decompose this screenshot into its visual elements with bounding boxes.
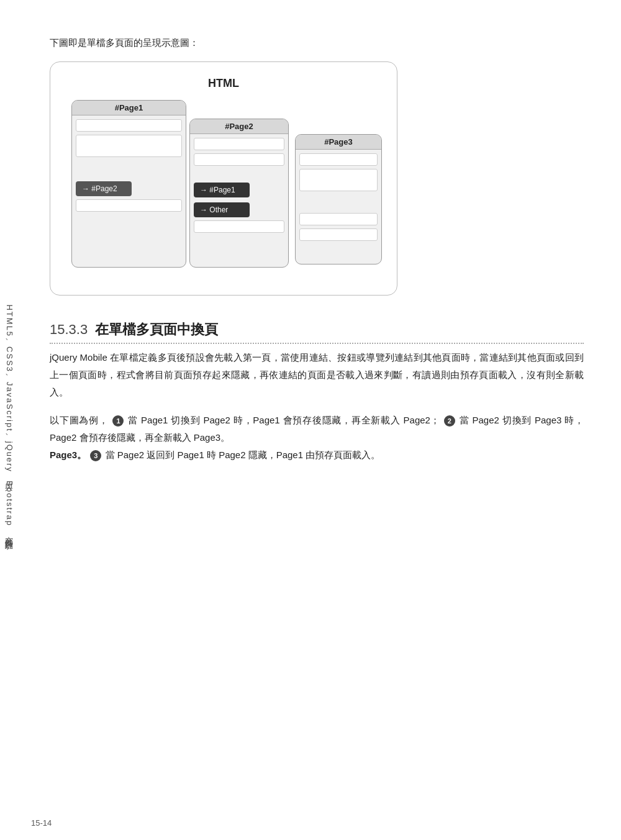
p2-text1: 當 Page1 切換到 Page2 時，Page1 會預存後隱藏，再全新載入 P…: [128, 415, 440, 425]
page2-nav-btn2[interactable]: → Other: [194, 202, 250, 217]
page2-row1: [194, 138, 284, 150]
section-number: 15.3.3: [50, 322, 88, 337]
page3-body: [296, 150, 381, 245]
page-footer: 15-14: [31, 818, 52, 828]
p2-page3-label: Page3。: [50, 449, 86, 460]
main-content: 下圖即是單檔多頁面的呈現示意圖： HTML #Page1 → #Page2 #P…: [25, 0, 621, 512]
circle-3: 3: [90, 450, 101, 461]
page1-header: #Page1: [72, 101, 186, 115]
circle-1: 1: [112, 415, 124, 427]
page2-btn-area: → #Page1 → Other: [194, 180, 284, 217]
section-title: 在單檔多頁面中換頁: [95, 322, 218, 337]
page1-row3: [76, 199, 182, 212]
circle-2: 2: [444, 415, 455, 427]
diagram-container: HTML #Page1 → #Page2 #Page2: [50, 61, 397, 296]
page2-row2: [194, 153, 284, 166]
page3-row1: [299, 153, 378, 166]
page3-card: #Page3: [295, 134, 382, 264]
section-heading: 15.3.3 在單檔多頁面中換頁: [50, 320, 584, 344]
page1-row2: [76, 135, 182, 157]
page2-header: #Page2: [190, 119, 288, 134]
sidebar-label: HTML5、CSS3、JavaScript、jQuery 與 Bootstrap…: [0, 299, 18, 541]
page2-body: → #Page1 → Other: [190, 134, 288, 237]
page1-nav-btn[interactable]: → #Page2: [76, 181, 132, 196]
paragraph-1: jQuery Mobile 在單檔定義多頁後預設會先載入第一頁，當使用連結、按鈕…: [50, 349, 584, 400]
page3-header: #Page3: [296, 135, 381, 150]
page2-nav-btn1[interactable]: → #Page1: [194, 183, 250, 197]
page3-row2: [299, 169, 378, 191]
paragraph-2: 以下圖為例， 1 當 Page1 切換到 Page2 時，Page1 會預存後隱…: [50, 412, 584, 463]
page1-btn-area: → #Page2: [76, 179, 182, 196]
p2-text3: 當 Page2 返回到 Page1 時 Page2 隱藏，Page1 由預存頁面…: [106, 449, 381, 460]
intro-text: 下圖即是單檔多頁面的呈現示意圖：: [50, 37, 584, 49]
page1-body: → #Page2: [72, 115, 186, 215]
page2-row3: [194, 220, 284, 233]
page3-row3: [299, 213, 378, 225]
page1-card: #Page1 → #Page2: [71, 100, 186, 268]
p2-prefix: 以下圖為例，: [50, 415, 109, 425]
pages-stack: #Page1 → #Page2 #Page2 → #Page1: [65, 100, 382, 280]
diagram-html-label: HTML: [65, 77, 382, 90]
page3-row4: [299, 228, 378, 241]
page2-card: #Page2 → #Page1 → Other: [189, 119, 289, 268]
page1-row1: [76, 119, 182, 132]
